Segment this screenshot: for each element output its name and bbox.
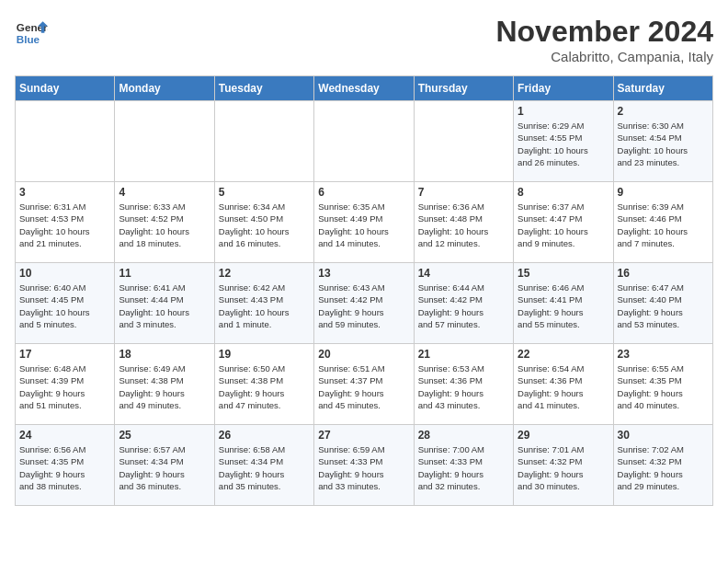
day-number: 13 [318, 267, 409, 280]
day-number: 27 [318, 429, 409, 442]
location-title: Calabritto, Campania, Italy [495, 49, 713, 64]
calendar-cell [115, 101, 214, 182]
day-info: Sunrise: 6:33 AM Sunset: 4:52 PM Dayligh… [119, 201, 210, 249]
calendar-cell: 24Sunrise: 6:56 AM Sunset: 4:35 PM Dayli… [16, 425, 115, 506]
day-info: Sunrise: 6:41 AM Sunset: 4:44 PM Dayligh… [119, 282, 210, 330]
calendar-cell: 29Sunrise: 7:01 AM Sunset: 4:32 PM Dayli… [514, 425, 613, 506]
day-number: 24 [19, 429, 110, 442]
calendar-cell: 16Sunrise: 6:47 AM Sunset: 4:40 PM Dayli… [613, 263, 712, 344]
weekday-header-row: SundayMondayTuesdayWednesdayThursdayFrid… [16, 76, 713, 101]
logo-icon: General Blue [15, 15, 48, 48]
day-info: Sunrise: 6:39 AM Sunset: 4:46 PM Dayligh… [618, 201, 709, 249]
calendar-cell: 18Sunrise: 6:49 AM Sunset: 4:38 PM Dayli… [115, 344, 214, 425]
day-info: Sunrise: 6:51 AM Sunset: 4:37 PM Dayligh… [318, 362, 409, 411]
day-number: 19 [219, 348, 310, 361]
month-title: November 2024 [495, 15, 713, 49]
day-number: 28 [418, 429, 509, 442]
calendar-cell: 23Sunrise: 6:55 AM Sunset: 4:35 PM Dayli… [613, 344, 712, 425]
calendar-cell: 10Sunrise: 6:40 AM Sunset: 4:45 PM Dayli… [16, 263, 115, 344]
day-number: 12 [219, 267, 310, 280]
day-info: Sunrise: 6:29 AM Sunset: 4:55 PM Dayligh… [518, 120, 609, 168]
calendar-cell: 9Sunrise: 6:39 AM Sunset: 4:46 PM Daylig… [613, 182, 712, 263]
logo: General Blue [15, 15, 48, 48]
day-info: Sunrise: 6:55 AM Sunset: 4:35 PM Dayligh… [618, 362, 709, 411]
calendar-cell: 6Sunrise: 6:35 AM Sunset: 4:49 PM Daylig… [314, 182, 414, 263]
calendar-week-row: 3Sunrise: 6:31 AM Sunset: 4:53 PM Daylig… [16, 182, 713, 263]
calendar-cell: 14Sunrise: 6:44 AM Sunset: 4:42 PM Dayli… [414, 263, 513, 344]
calendar-cell: 8Sunrise: 6:37 AM Sunset: 4:47 PM Daylig… [514, 182, 613, 263]
day-number: 6 [318, 186, 409, 199]
calendar-week-row: 1Sunrise: 6:29 AM Sunset: 4:55 PM Daylig… [16, 101, 713, 182]
day-info: Sunrise: 7:00 AM Sunset: 4:33 PM Dayligh… [418, 443, 509, 492]
day-info: Sunrise: 6:50 AM Sunset: 4:38 PM Dayligh… [219, 362, 310, 411]
calendar-table: SundayMondayTuesdayWednesdayThursdayFrid… [15, 75, 713, 506]
weekday-header: Saturday [613, 76, 712, 101]
calendar-cell: 7Sunrise: 6:36 AM Sunset: 4:48 PM Daylig… [414, 182, 513, 263]
day-number: 8 [518, 186, 609, 199]
calendar-cell [314, 101, 414, 182]
calendar-cell: 26Sunrise: 6:58 AM Sunset: 4:34 PM Dayli… [214, 425, 313, 506]
day-number: 29 [518, 429, 609, 442]
calendar-cell [16, 101, 115, 182]
calendar-cell: 15Sunrise: 6:46 AM Sunset: 4:41 PM Dayli… [514, 263, 613, 344]
day-number: 2 [618, 105, 709, 118]
day-info: Sunrise: 6:58 AM Sunset: 4:34 PM Dayligh… [219, 443, 310, 492]
day-number: 20 [318, 348, 409, 361]
calendar-cell: 21Sunrise: 6:53 AM Sunset: 4:36 PM Dayli… [414, 344, 513, 425]
day-info: Sunrise: 6:46 AM Sunset: 4:41 PM Dayligh… [518, 282, 609, 330]
day-number: 7 [418, 186, 509, 199]
day-number: 10 [19, 267, 110, 280]
day-number: 18 [119, 348, 210, 361]
day-number: 4 [119, 186, 210, 199]
calendar-cell [214, 101, 313, 182]
day-number: 3 [19, 186, 110, 199]
calendar-week-row: 10Sunrise: 6:40 AM Sunset: 4:45 PM Dayli… [16, 263, 713, 344]
day-number: 30 [618, 429, 709, 442]
day-number: 9 [618, 186, 709, 199]
day-info: Sunrise: 6:30 AM Sunset: 4:54 PM Dayligh… [618, 120, 709, 168]
weekday-header: Sunday [16, 76, 115, 101]
day-info: Sunrise: 7:01 AM Sunset: 4:32 PM Dayligh… [518, 443, 609, 492]
day-info: Sunrise: 6:34 AM Sunset: 4:50 PM Dayligh… [219, 201, 310, 249]
calendar-cell: 22Sunrise: 6:54 AM Sunset: 4:36 PM Dayli… [514, 344, 613, 425]
day-info: Sunrise: 6:57 AM Sunset: 4:34 PM Dayligh… [119, 443, 210, 492]
day-number: 26 [219, 429, 310, 442]
day-number: 23 [618, 348, 709, 361]
day-info: Sunrise: 6:37 AM Sunset: 4:47 PM Dayligh… [518, 201, 609, 249]
day-info: Sunrise: 6:53 AM Sunset: 4:36 PM Dayligh… [418, 362, 509, 411]
weekday-header: Tuesday [214, 76, 313, 101]
calendar-cell: 11Sunrise: 6:41 AM Sunset: 4:44 PM Dayli… [115, 263, 214, 344]
day-info: Sunrise: 6:44 AM Sunset: 4:42 PM Dayligh… [418, 282, 509, 330]
calendar-cell: 1Sunrise: 6:29 AM Sunset: 4:55 PM Daylig… [514, 101, 613, 182]
day-number: 21 [418, 348, 509, 361]
day-number: 11 [119, 267, 210, 280]
weekday-header: Wednesday [314, 76, 414, 101]
svg-text:Blue: Blue [17, 33, 40, 45]
day-info: Sunrise: 6:35 AM Sunset: 4:49 PM Dayligh… [318, 201, 409, 249]
day-number: 16 [618, 267, 709, 280]
calendar-cell: 25Sunrise: 6:57 AM Sunset: 4:34 PM Dayli… [115, 425, 214, 506]
calendar-cell: 17Sunrise: 6:48 AM Sunset: 4:39 PM Dayli… [16, 344, 115, 425]
day-info: Sunrise: 6:56 AM Sunset: 4:35 PM Dayligh… [19, 443, 110, 492]
day-info: Sunrise: 6:49 AM Sunset: 4:38 PM Dayligh… [119, 362, 210, 411]
day-number: 25 [119, 429, 210, 442]
calendar-cell: 3Sunrise: 6:31 AM Sunset: 4:53 PM Daylig… [16, 182, 115, 263]
calendar-cell: 2Sunrise: 6:30 AM Sunset: 4:54 PM Daylig… [613, 101, 712, 182]
day-number: 15 [518, 267, 609, 280]
weekday-header: Thursday [414, 76, 513, 101]
day-info: Sunrise: 6:47 AM Sunset: 4:40 PM Dayligh… [618, 282, 709, 330]
day-info: Sunrise: 6:48 AM Sunset: 4:39 PM Dayligh… [19, 362, 110, 411]
day-info: Sunrise: 6:59 AM Sunset: 4:33 PM Dayligh… [318, 443, 409, 492]
day-info: Sunrise: 6:40 AM Sunset: 4:45 PM Dayligh… [19, 282, 110, 330]
day-number: 1 [518, 105, 609, 118]
calendar-cell: 30Sunrise: 7:02 AM Sunset: 4:32 PM Dayli… [613, 425, 712, 506]
calendar-cell: 5Sunrise: 6:34 AM Sunset: 4:50 PM Daylig… [214, 182, 313, 263]
page-header: General Blue November 2024 Calabritto, C… [15, 15, 713, 64]
weekday-header: Monday [115, 76, 214, 101]
day-info: Sunrise: 6:54 AM Sunset: 4:36 PM Dayligh… [518, 362, 609, 411]
calendar-cell: 20Sunrise: 6:51 AM Sunset: 4:37 PM Dayli… [314, 344, 414, 425]
day-number: 17 [19, 348, 110, 361]
day-info: Sunrise: 6:36 AM Sunset: 4:48 PM Dayligh… [418, 201, 509, 249]
weekday-header: Friday [514, 76, 613, 101]
calendar-header: SundayMondayTuesdayWednesdayThursdayFrid… [16, 76, 713, 101]
